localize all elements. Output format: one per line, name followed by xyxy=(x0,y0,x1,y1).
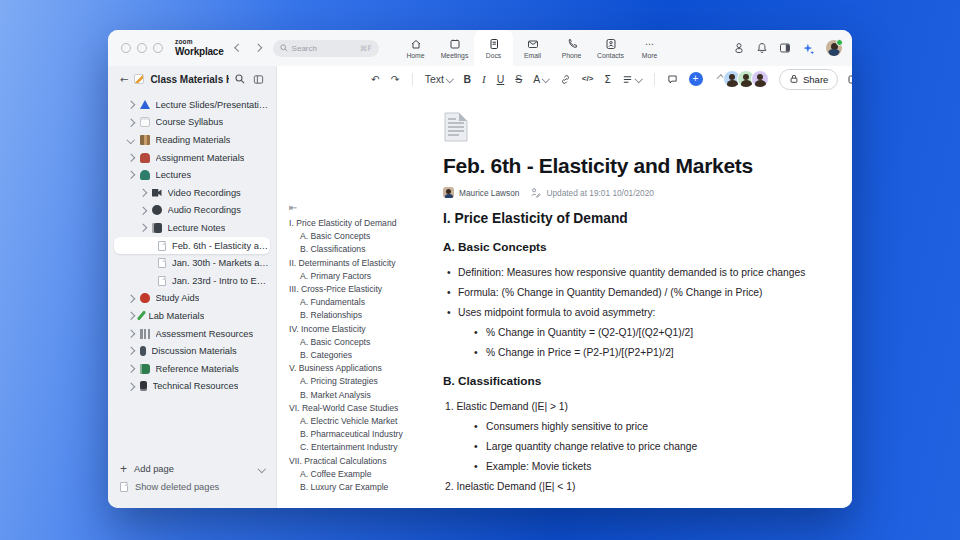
window-close-button[interactable] xyxy=(121,43,131,53)
outline-item[interactable]: II. Determinants of Elasticity xyxy=(289,257,437,270)
chevron-icon[interactable] xyxy=(127,101,135,109)
window-minimize-button[interactable] xyxy=(137,43,147,53)
tab-email[interactable]: Email xyxy=(513,30,552,66)
sidebar-back-icon[interactable]: ← xyxy=(120,74,128,85)
outline-item[interactable]: A. Pricing Strategies xyxy=(289,375,437,388)
outline-item[interactable]: B. Categories xyxy=(289,349,437,362)
tab-home[interactable]: Home xyxy=(396,30,435,66)
chevron-icon[interactable] xyxy=(127,312,135,320)
window-zoom-button[interactable] xyxy=(153,43,163,53)
add-page-chevron-icon[interactable] xyxy=(257,465,265,473)
redo-button[interactable]: ↷ xyxy=(391,74,400,85)
chevron-icon[interactable] xyxy=(127,136,135,144)
outline-item[interactable]: B. Classifications xyxy=(289,243,437,256)
alignment-dropdown[interactable] xyxy=(622,74,642,85)
collaborator-avatar[interactable] xyxy=(751,70,769,88)
chevron-icon[interactable] xyxy=(127,382,135,390)
doc-body[interactable]: Feb. 6th - Elasticity and Markets Mauric… xyxy=(437,92,852,508)
doc-block[interactable]: % Change in Quantity = (Q2-Q1)/[(Q2+Q1)/… xyxy=(443,326,824,339)
outline-item[interactable]: VII. Practical Calculations xyxy=(289,455,437,468)
sidebar-panel-icon[interactable] xyxy=(253,74,264,85)
doc-block[interactable]: 2. Inelastic Demand (|E| < 1) xyxy=(443,480,824,493)
share-button[interactable]: Share xyxy=(779,69,838,90)
video-camera-icon[interactable] xyxy=(848,74,852,85)
sidebar-item[interactable]: Assignment Materials xyxy=(114,149,270,167)
profile-icon[interactable] xyxy=(733,42,745,54)
code-icon[interactable]: </> xyxy=(582,75,594,83)
doc-block[interactable]: B. Classifications xyxy=(443,375,824,388)
sidebar-item[interactable]: Discussion Materials xyxy=(114,342,270,360)
sidebar-item[interactable]: Course Syllabus xyxy=(114,114,270,132)
outline-item[interactable]: B. Pharmaceutical Industry xyxy=(289,428,437,441)
sidebar-item[interactable]: Reading Materials xyxy=(114,131,270,149)
outline-item[interactable]: A. Basic Concepts xyxy=(289,336,437,349)
doc-block[interactable]: 1. Elastic Demand (|E| > 1) xyxy=(443,400,824,413)
sidebar-search-icon[interactable] xyxy=(235,74,245,84)
collapse-outline-icon[interactable]: ⇤ xyxy=(289,202,297,213)
tab-docs[interactable]: Docs xyxy=(474,30,513,66)
strikethrough-button[interactable]: S xyxy=(515,74,522,85)
doc-block[interactable]: % Change in Price = (P2-P1)/[(P2+P1)/2] xyxy=(443,346,824,359)
doc-block[interactable]: A. Basic Concepts xyxy=(443,241,824,254)
tab-phone[interactable]: Phone xyxy=(552,30,591,66)
outline-item[interactable]: A. Fundamentals xyxy=(289,296,437,309)
insert-plus-button[interactable]: + xyxy=(689,72,703,86)
outline-item[interactable]: V. Business Applications xyxy=(289,362,437,375)
sidebar-item[interactable]: Assessment Resources xyxy=(114,325,270,343)
doc-title[interactable]: Feb. 6th - Elasticity and Markets xyxy=(443,154,824,178)
show-deleted-pages-button[interactable]: Show deleted pages xyxy=(120,478,264,496)
text-color-dropdown[interactable]: A xyxy=(533,74,549,85)
chevron-icon[interactable] xyxy=(127,365,135,373)
underline-button[interactable]: U xyxy=(497,74,505,85)
sidebar-item[interactable]: Jan. 23rd - Intro to Econo... xyxy=(114,272,270,290)
tab-contacts[interactable]: Contacts xyxy=(591,30,630,66)
doc-block[interactable]: I. Price Elasticity of Demand xyxy=(443,212,824,225)
outline-item[interactable]: A. Primary Factors xyxy=(289,270,437,283)
outline-item[interactable]: B. Market Analysis xyxy=(289,389,437,402)
chevron-icon[interactable] xyxy=(127,119,135,127)
bold-button[interactable]: B xyxy=(463,74,471,85)
outline-item[interactable]: A. Coffee Example xyxy=(289,468,437,481)
sidebar-item[interactable]: Jan. 30th - Markets and P... xyxy=(114,254,270,272)
doc-blocks[interactable]: I. Price Elasticity of Demand A. Basic C… xyxy=(443,212,824,493)
chevron-icon[interactable] xyxy=(139,224,147,232)
sidebar-item[interactable]: Technical Resources xyxy=(114,378,270,396)
sidebar-item[interactable]: Feb. 6th - Elasticity and M... xyxy=(114,237,270,255)
chevron-icon[interactable] xyxy=(139,189,147,197)
doc-block[interactable]: Uses midpoint formula to avoid asymmetry… xyxy=(443,306,824,319)
doc-block[interactable]: Definition: Measures how responsive quan… xyxy=(443,266,824,279)
text-style-dropdown[interactable]: Text xyxy=(425,74,453,85)
forward-icon[interactable] xyxy=(254,44,262,52)
side-panel-icon[interactable] xyxy=(779,42,791,54)
outline-item[interactable]: A. Basic Concepts xyxy=(289,230,437,243)
tab-more[interactable]: ⋯ More xyxy=(630,30,669,66)
outline-item[interactable]: B. Relationships xyxy=(289,309,437,322)
sidebar-item[interactable]: Lecture Notes xyxy=(114,219,270,237)
sidebar-item[interactable]: Lectures xyxy=(114,166,270,184)
undo-button[interactable]: ↶ xyxy=(371,74,380,85)
sidebar-item[interactable]: Audio Recordings xyxy=(114,202,270,220)
chevron-icon[interactable] xyxy=(127,154,135,162)
outline-item[interactable]: IV. Income Elasticity xyxy=(289,323,437,336)
back-icon[interactable] xyxy=(234,44,242,52)
chevron-icon[interactable] xyxy=(127,330,135,338)
user-avatar[interactable] xyxy=(826,40,842,56)
collaborator-avatars[interactable] xyxy=(723,70,769,88)
outline-item[interactable]: I. Price Elasticity of Demand xyxy=(289,217,437,230)
outline-item[interactable]: C. Entertainment Industry xyxy=(289,441,437,454)
chevron-icon[interactable] xyxy=(127,294,135,302)
italic-button[interactable]: I xyxy=(482,74,486,85)
sidebar-item[interactable]: Lab Materials xyxy=(114,307,270,325)
comment-icon[interactable] xyxy=(667,74,678,85)
sidebar-item[interactable]: Video Recordings xyxy=(114,184,270,202)
add-page-button[interactable]: + Add page xyxy=(120,460,264,478)
outline-item[interactable]: B. Luxury Car Example xyxy=(289,481,437,494)
doc-block[interactable]: Large quantity change relative to price … xyxy=(443,440,824,453)
doc-block[interactable]: Example: Movie tickets xyxy=(443,460,824,473)
link-icon[interactable] xyxy=(560,74,571,85)
outline-item[interactable]: III. Cross-Price Elasticity xyxy=(289,283,437,296)
doc-block[interactable]: Consumers highly sensitive to price xyxy=(443,420,824,433)
notifications-bell-icon[interactable] xyxy=(756,42,768,54)
sidebar-item[interactable]: Study Aids xyxy=(114,290,270,308)
outline-item[interactable]: VI. Real-World Case Studies xyxy=(289,402,437,415)
